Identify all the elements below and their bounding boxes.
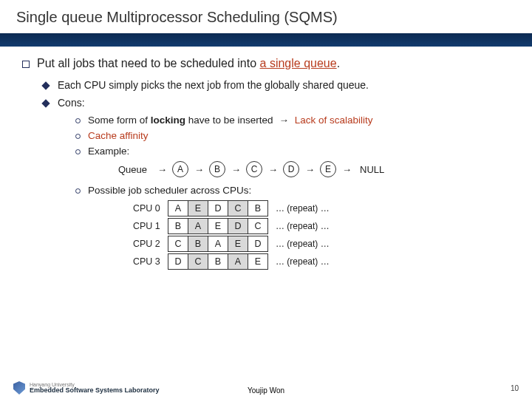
queue-box: C — [246, 161, 262, 177]
locking-text: Some form of locking have to be inserted… — [88, 115, 372, 126]
sched-cell: E — [208, 218, 228, 234]
shared-queue-text: Each CPU simply picks the next job from … — [58, 79, 369, 91]
shared-queue-line: Each CPU simply picks the next job from … — [43, 79, 510, 91]
table-row: CPU 0 A E D C B … (repeat) … — [133, 200, 510, 216]
table-row: CPU 2 C B A E D … (repeat) … — [133, 236, 510, 252]
locking-mid: have to be inserted — [185, 115, 276, 126]
sched-cell: C — [228, 200, 248, 216]
repeat-tail: … (repeat) … — [276, 239, 330, 249]
footer-author: Youjip Won — [248, 386, 284, 395]
title-divider — [0, 33, 532, 47]
sched-cell: A — [168, 200, 188, 216]
intro-prefix: Put all jobs that need to be scheduled i… — [37, 57, 260, 69]
sched-cell: A — [188, 218, 208, 234]
queue-node: B — [209, 161, 225, 177]
queue-box: E — [320, 161, 336, 177]
cpu-label: CPU 2 — [133, 239, 168, 249]
sched-cell: D — [168, 253, 188, 270]
repeat-tail: … (repeat) … — [276, 221, 330, 231]
table-row: CPU 1 B A E D C … (repeat) … — [133, 218, 510, 234]
queue-null: NULL — [360, 164, 384, 175]
arrow-icon: → — [342, 164, 351, 175]
cpu-label: CPU 0 — [133, 203, 168, 214]
circle-bullet-icon — [75, 118, 81, 123]
slide-title: Single queue Multiprocessor Scheduling (… — [16, 9, 516, 26]
arrow-icon: → — [194, 164, 203, 175]
sched-cell: C — [188, 253, 208, 270]
sched-cell: B — [208, 253, 228, 270]
cons-line: Cons: — [43, 97, 510, 109]
arrow-icon: → — [157, 164, 166, 175]
queue-node: E — [320, 161, 336, 177]
arrow-icon: → — [268, 164, 277, 175]
sched-cell: B — [168, 218, 188, 234]
intro-text: Put all jobs that need to be scheduled i… — [37, 57, 340, 70]
affinity-line: Cache affinity — [75, 130, 510, 141]
circle-bullet-icon — [75, 134, 81, 139]
possible-line: Possible job scheduler across CPUs: — [75, 185, 510, 196]
queue-box: A — [172, 161, 188, 177]
title-area: Single queue Multiprocessor Scheduling (… — [0, 0, 532, 30]
arrow-icon: → — [305, 164, 314, 175]
university-logo-icon — [13, 381, 25, 395]
locking-bold: locking — [151, 115, 185, 126]
diamond-bullet-icon — [41, 99, 50, 107]
sched-cell: E — [188, 200, 208, 216]
repeat-tail: … (repeat) … — [276, 203, 330, 214]
sched-cell: A — [208, 236, 228, 252]
queue-node: C — [246, 161, 262, 177]
sched-cell: B — [188, 236, 208, 252]
example-label: Example: — [88, 146, 129, 157]
sched-cell: E — [248, 253, 268, 270]
cpu-label: CPU 1 — [133, 221, 168, 231]
locking-prefix: Some form of — [88, 115, 151, 126]
circle-bullet-icon — [75, 149, 81, 154]
arrow-icon: → — [279, 115, 289, 126]
intro-accent: a single queue — [260, 57, 337, 69]
repeat-tail: … (repeat) … — [276, 256, 330, 267]
circle-bullet-icon — [75, 188, 81, 194]
schedule-table: CPU 0 A E D C B … (repeat) … CPU 1 B A E… — [133, 200, 510, 270]
sched-cell: D — [228, 218, 248, 234]
cons-label: Cons: — [58, 97, 85, 109]
diamond-bullet-icon — [41, 81, 50, 89]
page-number: 10 — [511, 384, 519, 392]
sched-cell: D — [248, 236, 268, 252]
arrow-icon: → — [231, 164, 240, 175]
locking-accent: Lack of scalability — [292, 115, 373, 126]
queue-box: D — [283, 161, 299, 177]
footer-lab-block: Hanyang University Embedded Software Sys… — [30, 382, 160, 394]
slide-content: Put all jobs that need to be scheduled i… — [0, 47, 532, 270]
queue-diagram: Queue → A → B → C → D → E → NULL — [118, 161, 510, 177]
sched-cell: B — [248, 200, 268, 216]
intro-line: Put all jobs that need to be scheduled i… — [22, 57, 510, 70]
lab-name: Embedded Software Systems Laboratory — [30, 387, 160, 394]
sched-cell: D — [208, 200, 228, 216]
sched-cell: A — [228, 253, 248, 270]
intro-suffix: . — [337, 57, 340, 69]
footer-left: Hanyang University Embedded Software Sys… — [13, 381, 160, 395]
locking-line: Some form of locking have to be inserted… — [75, 115, 510, 126]
sched-cell: C — [168, 236, 188, 252]
cpu-label: CPU 3 — [133, 256, 168, 267]
queue-node: A — [172, 161, 188, 177]
possible-label: Possible job scheduler across CPUs: — [88, 185, 251, 196]
queue-box: B — [209, 161, 225, 177]
sched-cell: E — [228, 236, 248, 252]
sched-cell: C — [248, 218, 268, 234]
table-row: CPU 3 D C B A E … (repeat) … — [133, 253, 510, 270]
queue-node: D — [283, 161, 299, 177]
example-line: Example: — [75, 146, 510, 157]
queue-label: Queue — [118, 164, 147, 175]
affinity-text: Cache affinity — [88, 130, 149, 141]
square-bullet-icon — [22, 61, 30, 68]
